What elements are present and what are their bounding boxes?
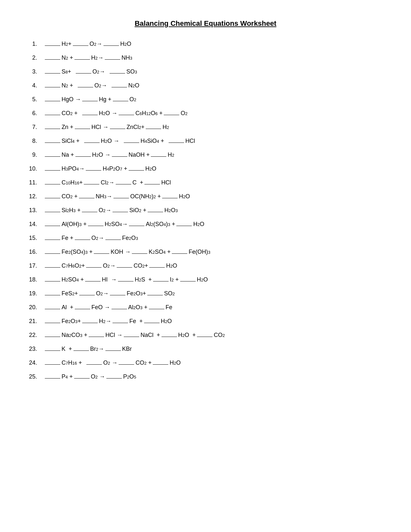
- equation-row: 25. P4 + O2 → P2O5: [26, 373, 385, 380]
- equation-row: 3. S8 + O2 → SO3: [26, 68, 385, 75]
- equation-content: S8 + O2 → SO3: [44, 68, 137, 75]
- equation-row: 18. H2SO4 + HI → H2S + I2 + H2O: [26, 276, 385, 283]
- equation-number: 25.: [26, 373, 44, 380]
- equation-content: SiCl4 + H2O → H4SiO4 + HCl: [44, 138, 195, 144]
- equation-content: Na + H2O → NaOH + H2: [44, 152, 174, 158]
- equation-number: 9.: [26, 152, 44, 158]
- equation-number: 8.: [26, 138, 44, 144]
- equation-content: H3PO4 → H4P2O7 + H2O: [44, 165, 156, 172]
- equation-content: H2 + O2 → H2O: [44, 41, 131, 47]
- equation-number: 13.: [26, 207, 44, 214]
- equation-content: Fe2(SO4)3 + KOH → K2SO4 + Fe(OH)3: [44, 249, 210, 255]
- equation-row: 17. C7H6O2 + O2 → CO2 + H2O: [26, 262, 385, 269]
- equation-row: 21. Fe2O3 + H2 → Fe + H2O: [26, 318, 385, 325]
- equations-list: 1. H2 + O2 → H2O2. N2 + H2 → NH33. S8 + …: [26, 41, 385, 380]
- equation-number: 3.: [26, 68, 44, 75]
- equation-row: 15. Fe + O2 → Fe2O3: [26, 235, 385, 241]
- equation-row: 10. H3PO4 → H4P2O7 + H2O: [26, 165, 385, 172]
- equation-number: 1.: [26, 41, 44, 47]
- equation-content: Al(OH)3 + H2SO4 → Al2(SO4)3 + H2O: [44, 221, 204, 228]
- equation-content: C10H16 + Cl2 → C + HCl: [44, 179, 171, 186]
- equation-number: 11.: [26, 179, 44, 186]
- equation-number: 20.: [26, 304, 44, 311]
- equation-number: 10.: [26, 165, 44, 172]
- equation-number: 21.: [26, 318, 44, 325]
- equation-row: 4. N2 + O2 → N2O: [26, 82, 385, 89]
- equation-number: 15.: [26, 235, 44, 241]
- equation-row: 13. Si2H3 + O2 → SiO2 + H2O3: [26, 207, 385, 214]
- equation-number: 2.: [26, 54, 44, 61]
- equation-number: 5.: [26, 96, 44, 103]
- equation-number: 12.: [26, 193, 44, 200]
- equation-content: Al + FeO → Al2O3 + Fe: [44, 304, 172, 311]
- equation-row: 16. Fe2(SO4)3 + KOH → K2SO4 + Fe(OH)3: [26, 249, 385, 255]
- equation-content: HgO → Hg + O2: [44, 96, 136, 103]
- equation-number: 17.: [26, 262, 44, 269]
- equation-row: 20. Al + FeO → Al2O3 + Fe: [26, 304, 385, 311]
- equation-number: 7.: [26, 124, 44, 131]
- equation-content: N2 + H2 → NH3: [44, 54, 132, 61]
- equation-row: 11. C10H16 + Cl2 → C + HCl: [26, 179, 385, 186]
- equation-content: Zn + HCl → ZnCl2 + H2: [44, 124, 169, 131]
- equation-content: N2 + O2 → N2O: [44, 82, 139, 89]
- equation-number: 19.: [26, 290, 44, 297]
- equation-number: 18.: [26, 276, 44, 283]
- equation-row: 5. HgO → Hg + O2: [26, 96, 385, 103]
- equation-number: 4.: [26, 82, 44, 89]
- equation-row: 2. N2 + H2 → NH3: [26, 54, 385, 61]
- equation-content: K + Br2 → KBr: [44, 346, 132, 352]
- equation-content: C7H6O2 + O2 → CO2 + H2O: [44, 262, 177, 269]
- equation-row: 6. CO2 + H2O → C6H12O6 + O2: [26, 110, 385, 117]
- equation-number: 22.: [26, 332, 44, 339]
- equation-row: 23. K + Br2 → KBr: [26, 346, 385, 352]
- equation-content: Fe2O3 + H2 → Fe + H2O: [44, 318, 172, 325]
- equation-row: 12. CO2 + NH3 → OC(NH2)2 + H2O: [26, 193, 385, 200]
- equation-content: Fe + O2 → Fe2O3: [44, 235, 138, 241]
- equation-content: Si2H3 + O2 → SiO2 + H2O3: [44, 207, 178, 214]
- equation-content: CO2 + NH3 → OC(NH2)2 + H2O: [44, 193, 190, 200]
- equation-content: P4 + O2 → P2O5: [44, 373, 136, 380]
- equation-row: 24. C7H16 + O2 → CO2 + H2O: [26, 360, 385, 366]
- equation-content: C7H16 + O2 → CO2 + H2O: [44, 360, 181, 366]
- equation-row: 14. Al(OH)3 + H2SO4 → Al2(SO4)3 + H2O: [26, 221, 385, 228]
- equation-number: 6.: [26, 110, 44, 117]
- equation-content: CO2 + H2O → C6H12O6 + O2: [44, 110, 188, 117]
- equation-content: FeS2 + O2 → Fe2O3 + SO2: [44, 290, 175, 297]
- equation-row: 19. FeS2 + O2 → Fe2O3 + SO2: [26, 290, 385, 297]
- equation-row: 22. Na2CO3 + HCl → NaCl + H2O + CO2: [26, 332, 385, 339]
- equation-row: 9. Na + H2O → NaOH + H2: [26, 152, 385, 158]
- equation-content: Na2CO3 + HCl → NaCl + H2O + CO2: [44, 332, 225, 339]
- equation-number: 24.: [26, 360, 44, 366]
- equation-number: 16.: [26, 249, 44, 255]
- equation-row: 8. SiCl4 + H2O → H4SiO4 + HCl: [26, 138, 385, 144]
- equation-row: 1. H2 + O2 → H2O: [26, 41, 385, 47]
- equation-content: H2SO4 + HI → H2S + I2 + H2O: [44, 276, 208, 283]
- page-title: Balancing Chemical Equations Worksheet: [26, 19, 385, 28]
- equation-row: 7. Zn + HCl → ZnCl2 + H2: [26, 124, 385, 131]
- equation-number: 14.: [26, 221, 44, 228]
- equation-number: 23.: [26, 346, 44, 352]
